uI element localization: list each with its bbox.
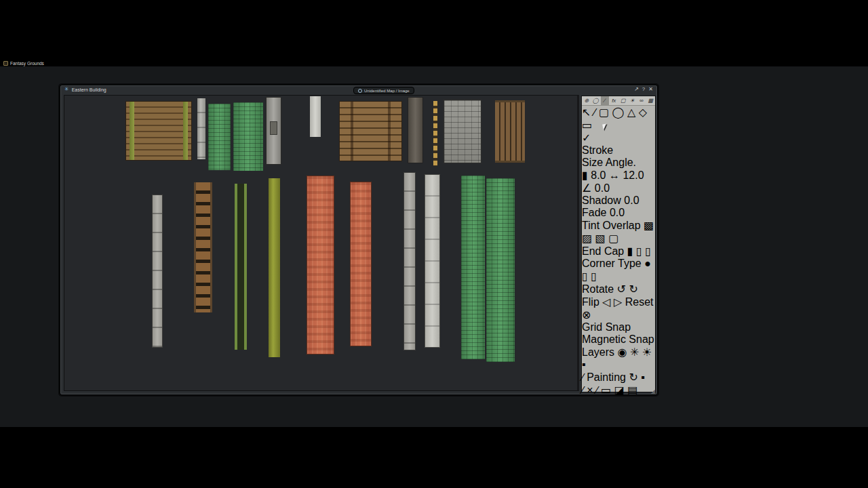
size-field[interactable]: 8.0: [591, 169, 606, 181]
pencil-add-icon[interactable]: ∕: [582, 384, 584, 396]
stage: Fantasy Grounds ✳ Eastern Building Unide…: [0, 0, 868, 488]
end-cap-label: End Cap: [582, 245, 624, 257]
light-tool-icon[interactable]: ☀: [628, 96, 636, 105]
pencil-edit-icon[interactable]: ∕: [596, 384, 598, 396]
overlap-icon[interactable]: ▩: [644, 220, 654, 231]
sidebar-item-encounters[interactable]: ⚔Encounters: [0, 432, 868, 445]
layer-row[interactable]: ∕ Painting ↻ ▪: [582, 371, 655, 384]
pencil-tool-icon[interactable]: ∕: [601, 96, 609, 105]
sidebar-item-images[interactable]: ▣Images: [0, 445, 868, 458]
rotate-cw-icon[interactable]: ↻: [629, 283, 637, 295]
refresh-icon[interactable]: ↻: [629, 371, 637, 383]
globe-tool-icon[interactable]: ⊕: [583, 96, 591, 105]
tag-icon[interactable]: ◪: [614, 384, 625, 396]
assets-breadcrumb: ▲ FG Eastern Buildings M Brushes: [0, 37, 868, 49]
tab-images[interactable]: Images: [81, 25, 116, 37]
sidebar-item-parcels[interactable]: ▦Parcels: [0, 484, 868, 488]
pencil-delete-icon[interactable]: ×: [587, 384, 593, 396]
help-icon[interactable]: ?: [0, 13, 6, 24]
select-tool-icon[interactable]: ▢: [619, 96, 627, 105]
sidebar-item-label: Items: [8, 459, 35, 470]
angle-label: Angle.: [606, 157, 636, 168]
overlap-icon[interactable]: ▢: [608, 232, 618, 244]
flip-left-icon[interactable]: ◁: [602, 296, 610, 308]
stone-column-panel: [270, 121, 278, 135]
swords-icon: ⚔: [0, 433, 9, 445]
eye-icon[interactable]: ◉: [617, 346, 627, 358]
tool-sub-row: ↖ ∕ ▢ ◯ △ ◇ ▭: [582, 106, 655, 131]
stamp-tool-icon[interactable]: ▭: [582, 119, 592, 131]
angle-icon: ∠: [582, 182, 591, 194]
brush-params-box: ✓ Stroke Size Angle. ▮: [582, 131, 655, 346]
folder-icon[interactable]: ▭: [601, 384, 611, 396]
overlap-icon[interactable]: ▧: [595, 232, 606, 244]
texture-strip-light: [310, 96, 321, 137]
lock-icon[interactable]: ▪: [641, 371, 645, 383]
book-icon[interactable]: ▤: [627, 384, 637, 396]
window-resize-grip[interactable]: ◢: [651, 388, 655, 394]
texture-strip-platform: [339, 101, 402, 161]
sun-icon[interactable]: ☀: [642, 346, 652, 358]
tab-tokens[interactable]: Tokens: [0, 25, 35, 37]
overlap-icon[interactable]: ▨: [582, 232, 592, 244]
stroke-checkbox[interactable]: ✓: [582, 132, 591, 144]
circle-tool-icon[interactable]: ◯: [612, 106, 625, 118]
texture-strip-green-column: [461, 176, 485, 359]
texture-strip-scorched-wide: [307, 176, 334, 354]
resize-icon[interactable]: ↗: [634, 86, 639, 92]
texture-strip-bridge: [125, 101, 192, 161]
platform-beam: [388, 102, 391, 161]
rotate-ccw-icon[interactable]: ↺: [617, 283, 626, 295]
size2-field[interactable]: 12.0: [623, 169, 644, 181]
eraser-tool-icon[interactable]: ◇: [639, 106, 647, 118]
texture-strip-green-column: [486, 178, 515, 362]
draw-tool-icon[interactable]: ∕: [594, 106, 596, 118]
tab-portraits[interactable]: Portraits: [37, 25, 78, 37]
flip-right-icon[interactable]: ▷: [614, 296, 622, 308]
lasso-tool-icon[interactable]: ◯: [591, 96, 599, 105]
folder-crumb[interactable]: Brushes: [132, 37, 172, 49]
lock-icon[interactable]: ▪: [582, 359, 586, 370]
map-window: ✳ Eastern Building Unidentified Map / Im…: [60, 85, 658, 395]
texture-strip-light-column: [425, 174, 440, 348]
size-label: Size: [582, 157, 603, 168]
module-crumb[interactable]: FG Eastern Buildings M: [14, 37, 128, 49]
assets-tabs: Tokens Portraits Images All: [0, 25, 868, 37]
corner-type-icon[interactable]: ▯: [591, 270, 597, 282]
sidebar-item-label: NPCs: [9, 472, 38, 483]
rect-tool-icon[interactable]: ▢: [599, 106, 609, 118]
shadow-field[interactable]: 0.0: [624, 195, 639, 206]
texture-strip-stone-column: [266, 97, 281, 165]
map-window-titlebar[interactable]: ✳ Eastern Building: [64, 87, 106, 92]
end-cap-icon[interactable]: ▯: [645, 245, 651, 257]
sidebar-item-npcs[interactable]: ☠NPCs: [0, 471, 868, 484]
grid-tool-icon[interactable]: ▦: [646, 96, 654, 105]
angle-field[interactable]: 0.0: [595, 182, 610, 194]
map-tab[interactable]: Unidentified Map / Image: [353, 87, 414, 94]
corner-type-icon[interactable]: ▯: [582, 270, 588, 282]
snowflake-icon[interactable]: ✳: [630, 346, 639, 358]
triangle-tool-icon[interactable]: △: [627, 106, 635, 118]
reset-icon[interactable]: ⊗: [582, 309, 591, 321]
sidebar-item-items[interactable]: ◆Items: [0, 458, 868, 471]
tab-all[interactable]: All: [119, 25, 131, 37]
texture-strip-stone: [152, 195, 163, 348]
assets-window-title[interactable]: Assets: [0, 0, 868, 12]
os-window-title: Fantasy Grounds: [3, 61, 44, 66]
folder-up-icon[interactable]: ▲: [0, 37, 11, 49]
bridge-rail: [183, 102, 188, 160]
close-icon[interactable]: ✕: [648, 86, 653, 92]
fade-field[interactable]: 0.0: [610, 207, 625, 218]
map-canvas[interactable]: [64, 95, 579, 391]
end-cap-icon[interactable]: ▯: [636, 245, 642, 257]
corner-type-icon[interactable]: ●: [644, 258, 651, 269]
paint-tool-panel: ⊕ ◯ ∕ fx ▢ ☀ ∞ ▦ ↖ ∕ ▢ ◯ △ ◇ ▭: [581, 96, 656, 392]
link-tool-icon[interactable]: ∞: [637, 96, 646, 105]
end-cap-icon[interactable]: ▮: [627, 245, 633, 257]
cursor-tool-icon[interactable]: ↖: [582, 106, 591, 118]
layers-header: Layers: [582, 346, 614, 358]
help-icon[interactable]: ?: [642, 86, 645, 92]
close-icon[interactable]: ✕: [9, 13, 18, 24]
fx-tool-icon[interactable]: fx: [610, 96, 618, 105]
asset-cell[interactable]: Bridge_brush.: [0, 49, 868, 62]
